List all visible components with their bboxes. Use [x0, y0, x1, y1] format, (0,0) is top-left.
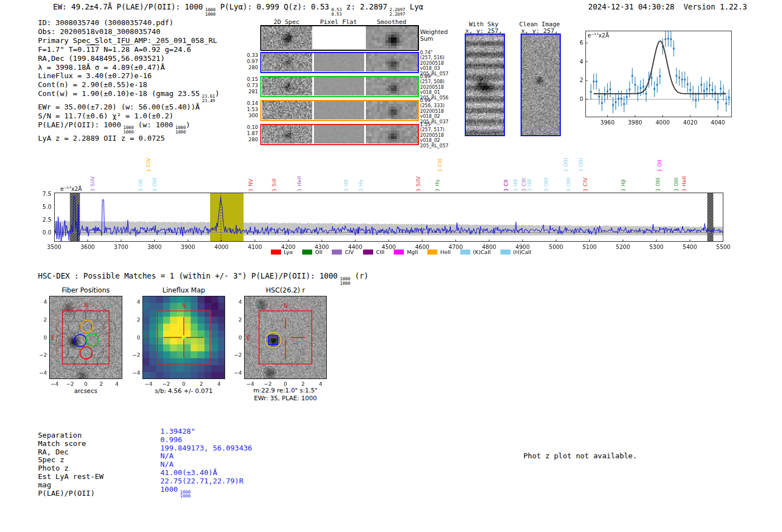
- thumbnail-xtick: 2: [196, 381, 207, 387]
- emission-line-label: } SiIV: [416, 176, 421, 191]
- overline-segment: 92: [152, 45, 161, 54]
- stacked-fraction: 23.6123.49: [202, 94, 215, 103]
- emission-line-label: } CIV: [146, 158, 151, 172]
- report-version: Version 1.22.3: [684, 2, 747, 11]
- zoom-plot-ytick: 4: [574, 59, 583, 65]
- info-line: F=1.7" T=0.117 N=1.28 A=0.92 g=24.6: [38, 45, 220, 54]
- spectrum-xtick: 3500: [44, 244, 64, 250]
- lineflux-map-caption: s/b: 4.56 +/- 0.071: [142, 387, 225, 395]
- spectrum-xtick: 4000: [212, 244, 232, 250]
- clean-image: [521, 33, 561, 136]
- text-segment: N/A: [160, 452, 173, 460]
- spec2d-row-annotation: 1.55"(257, 517)20200518v018_02205_RL_057: [420, 122, 449, 148]
- thumbnail-xtick: −2: [263, 381, 274, 387]
- legend-label: CIV: [345, 249, 354, 255]
- spec2d-row-annotation: 0.89"(257, 508)20200518v018_01205_RL_056: [420, 74, 449, 100]
- thumbnail-ytick: −2: [232, 352, 242, 358]
- emission-line-label: } Hδ: [344, 179, 349, 191]
- report-datetime-version: 2024-12-31 04:30:28 Version 1.22.3: [588, 2, 747, 11]
- text-segment: λ = 3998.18Å σ = 4.89(±0.47)Å: [38, 63, 165, 71]
- spectrum-ytick: 5.0: [37, 204, 51, 210]
- text-segment: (r): [350, 271, 369, 280]
- thumbnail-xtick: −2: [65, 381, 76, 387]
- zoom-plot-xtick: 4000: [654, 119, 671, 126]
- emission-line-label: } OIII: [674, 178, 679, 191]
- lineflux-map-title: Lineflux Map: [142, 286, 225, 294]
- spectrum-xtick: 3900: [178, 244, 198, 250]
- text-segment: z: 2.2897: [342, 2, 387, 11]
- spacer: [674, 2, 683, 11]
- elixer-report-page: EW: 49.2±4.7Å P(LAE)/P(OII): 10001000100…: [0, 0, 782, 532]
- spec2d-fiber-row: [260, 100, 419, 121]
- stacked-fraction: 10001000: [123, 126, 134, 134]
- spec2d-smooth-image: [366, 26, 418, 49]
- spec2d-row-annotation: 0.74"(257, 516)20200518v018_03205_RL_057: [420, 50, 449, 76]
- hsc-cutout-params: m:22.9 re:1.0" s:1.5": [233, 387, 338, 394]
- info-line: Obs: 20200518v018_3008035740: [38, 27, 220, 36]
- thumbnail-ytick: 4: [232, 299, 242, 305]
- match-table-row-label: Separation: [38, 432, 103, 440]
- thumbnail-ytick: 2: [130, 317, 140, 323]
- thumbnail-xtick: 2: [297, 381, 308, 387]
- spec2d-flat-image: [314, 77, 364, 95]
- thumbnail-ytick: −2: [37, 352, 47, 358]
- thumbnail-ytick: 4: [130, 299, 140, 305]
- spectrum-ytick: 0.0: [37, 229, 51, 236]
- legend-swatch: [500, 250, 511, 255]
- legend-label: HeII: [440, 249, 451, 255]
- match-table-row-label: RA, Dec: [38, 448, 103, 457]
- spectrum-xtick: 5200: [613, 244, 633, 250]
- legend-swatch: [427, 250, 437, 255]
- info-line: Primary Spec_Slot_IFU_AMP: 205_091_058_R…: [38, 36, 220, 45]
- legend-item: Lyα: [271, 249, 293, 255]
- text-segment: N=1.: [99, 45, 121, 54]
- text-segment: EWr = 35.00(±7.20) (w: 56.00(±5.40))Å: [38, 103, 200, 111]
- spec2d-spec-image: [262, 26, 312, 49]
- thumbnail-xtick: −4: [143, 381, 154, 387]
- text-segment: Lyα: [405, 2, 423, 11]
- emission-line-label: } NV: [248, 179, 254, 191]
- legend-item: (K)CaII: [460, 249, 491, 255]
- text-segment: P(Lyα): 0.999 Q(z): 0.53: [216, 2, 329, 11]
- text-segment: RA,Dec (199.848495,56.093521): [38, 54, 165, 63]
- spec2d-row-left-labels: 0.330.97280: [240, 52, 258, 71]
- text-segment: Cont(n) = 2.90(±0.55)e-18: [38, 80, 147, 89]
- text-segment: (w: 1000: [134, 121, 173, 129]
- spec2d-row-left-labels: 0.150.73281: [240, 76, 258, 95]
- legend-item: CIV: [332, 249, 354, 255]
- zoom-plot-ytick: 6: [574, 40, 583, 46]
- spectrum-ytick: 2.5: [37, 217, 51, 223]
- spec2d-flat-image: [314, 26, 364, 49]
- spec2d-spec-image: [262, 53, 312, 71]
- emission-line-label: } OIII: [566, 178, 571, 191]
- legend-item: CIII: [363, 249, 384, 255]
- legend-label: (H)CaII: [513, 249, 532, 255]
- spec2d-spec-image: [262, 125, 312, 143]
- zoom-plot-xtick: 3960: [599, 119, 617, 126]
- thumbnail-xtick: 2: [96, 381, 107, 387]
- emission-line-label: } CII: [503, 180, 509, 191]
- text-segment: LyA z = 2.2889 OII z = 0.0725: [38, 134, 165, 142]
- spec2d-smooth-image: [366, 101, 418, 119]
- legend-swatch: [271, 250, 281, 255]
- text-segment: Obs: 20200518v018_3008035740: [38, 27, 160, 36]
- legend-item: HeII: [427, 249, 451, 255]
- spectrum-ytick: 7.5: [37, 191, 51, 197]
- text-segment: g=24.: [160, 45, 187, 54]
- spectrum-xtick: 5100: [579, 244, 599, 250]
- hsc-cutout-ew-plae: EWr: 35, PLAE: 1000: [233, 395, 338, 402]
- match-table-row-label: P(LAE)/P(OII): [38, 490, 103, 498]
- match-table-row-value: N/A: [160, 461, 252, 469]
- info-line: RA,Dec (199.848495,56.093521): [38, 54, 220, 63]
- match-table-row-label: Photo z: [38, 464, 103, 473]
- match-table-row-value: 1.39428": [160, 428, 252, 436]
- hsc-dex-header: HSC-DEX : Possible Matches = 1 (within +…: [38, 271, 369, 285]
- spec2d-smooth-image: [366, 53, 418, 71]
- info-line: λ = 3998.18Å σ = 4.89(±0.47)Å: [38, 63, 220, 72]
- thumbnail-ytick: 0: [232, 334, 242, 341]
- spec2d-fiber-row: [260, 124, 419, 145]
- stacked-fraction: 2.28972.2897: [389, 8, 405, 16]
- thumbnail-ytick: 4: [37, 299, 47, 305]
- text-segment: 1000: [160, 485, 178, 493]
- spec2d-smooth-image: [366, 125, 418, 143]
